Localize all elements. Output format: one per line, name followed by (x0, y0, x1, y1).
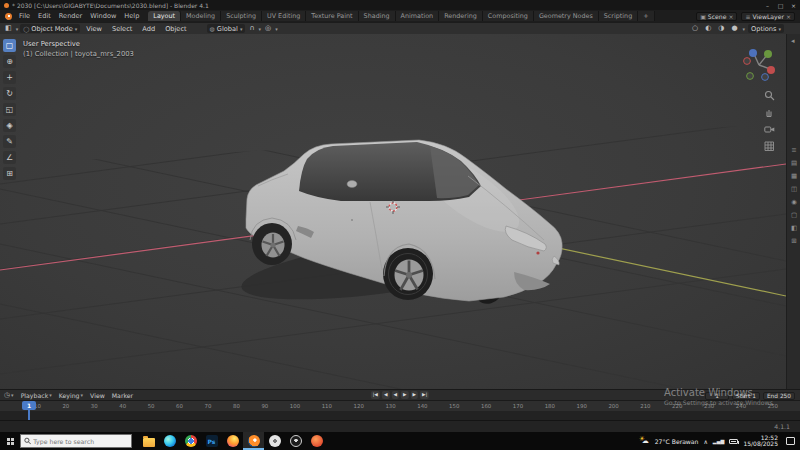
play-reverse-button[interactable]: ◀ (391, 391, 399, 399)
properties-tab-icon[interactable]: ▢ (791, 211, 797, 219)
battery-icon[interactable] (729, 439, 738, 444)
menu-marker[interactable]: Marker (112, 392, 133, 399)
tab-rendering[interactable]: Rendering (439, 11, 483, 21)
3d-viewport[interactable]: ▢ ⊕ + ↻ ◱ ◈ ✎ ∠ ⊞ User Perspective (1) C… (0, 34, 786, 389)
gizmo-x-neg[interactable] (744, 58, 751, 65)
jump-to-end-button[interactable]: ▶| (420, 391, 429, 399)
camera-view-icon[interactable] (764, 124, 775, 135)
menu-playback[interactable]: Playback▾ (21, 392, 52, 399)
play-button[interactable]: ▶ (401, 391, 409, 399)
blender-taskbar-button[interactable] (243, 432, 264, 450)
properties-tab-icon[interactable]: ▦ (791, 172, 797, 180)
menu-window[interactable]: Window (86, 12, 120, 20)
menu-select[interactable]: Select (108, 25, 136, 33)
proportional-editing-toggle[interactable]: ◎ (263, 24, 273, 33)
timeline-editor-type-button[interactable]: ◷ ▾ (4, 391, 14, 399)
properties-tab-icon[interactable]: ◫ (791, 185, 797, 193)
tool-rotate[interactable]: ↻ (3, 87, 16, 100)
shading-solid-button[interactable]: ◐ (703, 24, 713, 33)
properties-tab-icon[interactable]: ≡ (791, 146, 796, 154)
search-input[interactable] (33, 438, 128, 445)
taskbar-clock[interactable]: 12:52 15/08/2025 (743, 435, 778, 448)
properties-tab-icon[interactable]: ◉ (791, 198, 797, 206)
tab-uv-editing[interactable]: UV Editing (262, 11, 306, 21)
timeline-ruler[interactable]: 1020304050607080901001101201301401501601… (0, 400, 800, 420)
tool-scale[interactable]: ◱ (3, 103, 16, 116)
tool-annotate[interactable]: ✎ (3, 135, 16, 148)
tool-cursor[interactable]: ⊕ (3, 55, 16, 68)
menu-keying[interactable]: Keying▾ (59, 392, 83, 399)
tool-measure[interactable]: ∠ (3, 151, 16, 164)
tab-sculpting[interactable]: Sculpting (221, 11, 262, 21)
current-frame-field[interactable]: 1 (705, 392, 729, 400)
tool-move[interactable]: + (3, 71, 16, 84)
shading-chevron-icon[interactable]: ▾ (743, 26, 746, 32)
frame-end-field[interactable]: End250 (763, 392, 795, 400)
shading-rendered-button[interactable]: ● (729, 24, 739, 33)
shading-wireframe-button[interactable]: ○ (690, 24, 700, 33)
shading-material-button[interactable]: ◑ (716, 24, 726, 33)
gizmo-y-neg[interactable] (747, 73, 754, 80)
viewlayer-selector[interactable]: ≡ ViewLayer × (741, 12, 795, 21)
move-view-hand-icon[interactable] (764, 107, 775, 118)
network-icon[interactable]: ▂▄▆ (713, 438, 725, 444)
chrome-button[interactable] (180, 432, 201, 450)
add-workspace-button[interactable]: + (638, 11, 654, 21)
hidden-icons-chevron-icon[interactable]: ∧ (703, 438, 707, 445)
properties-tab-icon[interactable]: ◧ (791, 224, 797, 232)
playhead[interactable]: 1 (22, 401, 36, 421)
tab-animation[interactable]: Animation (396, 11, 440, 21)
firefox-button[interactable] (222, 432, 243, 450)
mode-dropdown[interactable]: ◯ Object Mode ▾ (20, 24, 80, 33)
tab-layout[interactable]: Layout (148, 11, 181, 21)
scene-selector[interactable]: ▣ Scene × (696, 12, 737, 21)
properties-tab-icon[interactable]: ▤ (791, 159, 797, 167)
tab-shading[interactable]: Shading (359, 11, 396, 21)
menu-object[interactable]: Object (161, 25, 190, 33)
menu-view-timeline[interactable]: View (90, 392, 105, 399)
gizmo-z-axis[interactable] (749, 49, 757, 57)
minimize-button[interactable]: – (761, 2, 774, 9)
menu-file[interactable]: File (15, 12, 34, 20)
tool-select-box[interactable]: ▢ (3, 39, 16, 52)
options-dropdown[interactable]: Options ▾ (748, 24, 784, 33)
browser-button[interactable] (306, 432, 327, 450)
viewlayer-clear-icon[interactable]: × (786, 13, 791, 20)
panel-expand-arrow-icon[interactable]: ◂ (791, 37, 795, 45)
proportional-chevron-icon[interactable]: ▾ (275, 26, 278, 32)
playhead-frame-label[interactable]: 1 (22, 401, 36, 410)
close-button[interactable]: × (787, 2, 800, 9)
menu-help[interactable]: Help (120, 12, 143, 20)
snap-chevron-icon[interactable]: ▾ (259, 26, 262, 32)
projection-toggle-icon[interactable] (764, 141, 775, 152)
frame-start-field[interactable]: Start1 (732, 392, 760, 400)
zoom-icon[interactable] (764, 90, 775, 101)
photoshop-button[interactable]: Ps (201, 432, 222, 450)
start-button[interactable] (0, 432, 20, 450)
tab-modeling[interactable]: Modeling (181, 11, 221, 21)
obs-button[interactable] (285, 432, 306, 450)
snap-magnet-toggle[interactable]: ∩ (247, 24, 256, 33)
gizmo-y-axis[interactable] (764, 50, 772, 58)
menu-view[interactable]: View (82, 25, 106, 33)
menu-render[interactable]: Render (55, 12, 86, 20)
tool-add-cube[interactable]: ⊞ (3, 167, 16, 180)
menu-add[interactable]: Add (138, 25, 159, 33)
prev-keyframe-button[interactable]: ◀ (382, 391, 390, 399)
file-explorer-button[interactable] (138, 432, 159, 450)
next-keyframe-button[interactable]: ▶ (411, 391, 419, 399)
tab-texture-paint[interactable]: Texture Paint (306, 11, 358, 21)
gizmo-z-neg[interactable] (762, 74, 769, 81)
tab-scripting[interactable]: Scripting (599, 11, 638, 21)
editor-type-button[interactable]: ◧ (3, 24, 14, 33)
orientation-dropdown[interactable]: ◍ Global ▾ (207, 24, 246, 33)
scene-clear-icon[interactable]: × (728, 13, 733, 20)
tab-geometry-nodes[interactable]: Geometry Nodes (534, 11, 599, 21)
tool-transform[interactable]: ◈ (3, 119, 16, 132)
jump-to-start-button[interactable]: |◀ (371, 391, 380, 399)
app-light-button[interactable] (264, 432, 285, 450)
gizmo-x-axis[interactable] (767, 66, 775, 74)
maximize-button[interactable]: □ (774, 2, 787, 9)
taskbar-search[interactable] (20, 434, 132, 448)
edge-button[interactable] (159, 432, 180, 450)
